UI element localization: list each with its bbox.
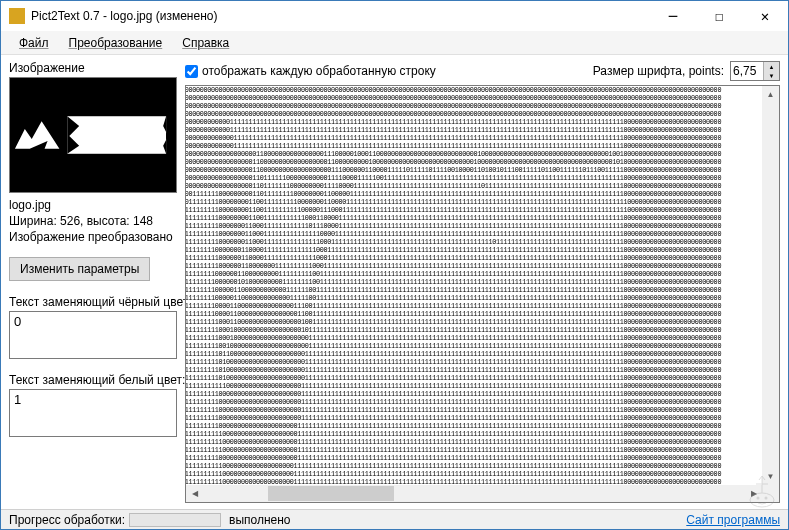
show-lines-checkbox[interactable] [185, 65, 198, 78]
font-size-up[interactable]: ▲ [764, 62, 779, 71]
font-size-input[interactable] [731, 62, 763, 80]
site-link[interactable]: Сайт программы [686, 513, 780, 527]
scroll-up-icon[interactable]: ▲ [762, 86, 779, 103]
window-title: Pict2Text 0.7 - logo.jpg (изменено) [31, 9, 650, 23]
output-area: 0000000000000000000000000000000000000000… [185, 85, 780, 503]
scroll-down-icon[interactable]: ▼ [762, 468, 779, 485]
white-text-label: Текст заменяющий белый цвет: [9, 373, 177, 387]
image-section-label: Изображение [9, 61, 177, 75]
output-text[interactable]: 0000000000000000000000000000000000000000… [185, 86, 762, 485]
image-info: logo.jpg Ширина: 526, высота: 148 Изобра… [9, 197, 177, 245]
menubar: Файл Преобразование Справка [1, 31, 788, 55]
image-dimensions: Ширина: 526, высота: 148 [9, 213, 177, 229]
titlebar: Pict2Text 0.7 - logo.jpg (изменено) ─ ☐ … [1, 1, 788, 31]
black-text-input[interactable] [9, 311, 177, 359]
font-size-spinner[interactable]: ▲ ▼ [730, 61, 780, 81]
menu-file[interactable]: Файл [9, 33, 59, 53]
show-lines-label: отображать каждую обработанную строку [202, 64, 436, 78]
svg-rect-1 [67, 116, 166, 154]
menu-transform[interactable]: Преобразование [59, 33, 173, 53]
image-status: Изображение преобразовано [9, 229, 177, 245]
scroll-right-icon[interactable]: ▶ [745, 485, 762, 502]
menu-help[interactable]: Справка [172, 33, 239, 53]
progress-bar [129, 513, 221, 527]
scroll-thumb-horizontal[interactable] [268, 486, 394, 501]
minimize-button[interactable]: ─ [650, 1, 696, 31]
font-size-down[interactable]: ▼ [764, 71, 779, 80]
statusbar: Прогресс обработки: выполнено Сайт прогр… [1, 509, 788, 529]
preview-image [10, 111, 176, 159]
scroll-left-icon[interactable]: ◀ [186, 485, 203, 502]
status-done: выполнено [229, 513, 686, 527]
font-size-label: Размер шрифта, points: [593, 64, 724, 78]
close-button[interactable]: ✕ [742, 1, 788, 31]
image-preview [9, 77, 177, 193]
change-params-button[interactable]: Изменить параметры [9, 257, 150, 281]
black-text-label: Текст заменяющий чёрный цвет: [9, 295, 177, 309]
maximize-button[interactable]: ☐ [696, 1, 742, 31]
image-filename: logo.jpg [9, 197, 177, 213]
progress-label: Прогресс обработки: [9, 513, 125, 527]
scrollbar-horizontal[interactable]: ◀ ▶ [186, 485, 762, 502]
scroll-corner [762, 485, 779, 502]
white-text-input[interactable] [9, 389, 177, 437]
app-icon [9, 8, 25, 24]
scrollbar-vertical[interactable]: ▲ ▼ [762, 86, 779, 485]
